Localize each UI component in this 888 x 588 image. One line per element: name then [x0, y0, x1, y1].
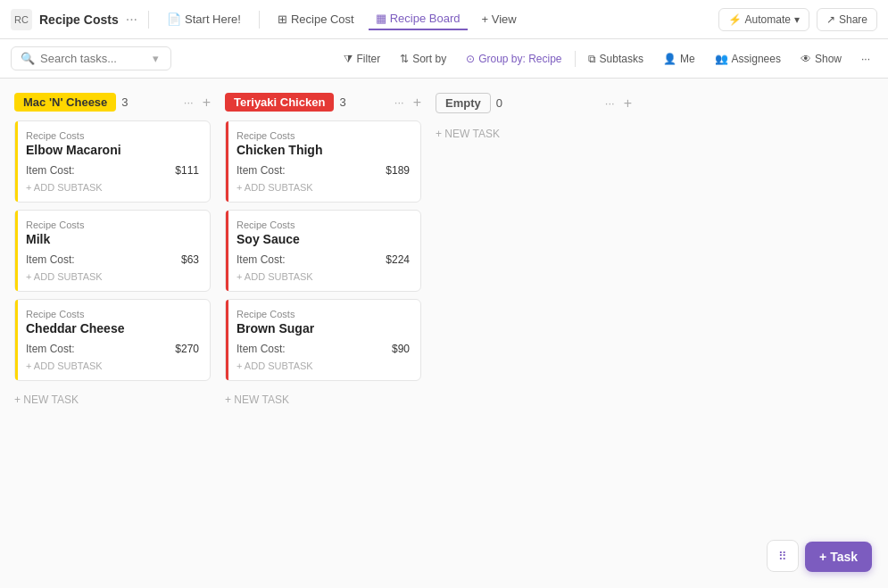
card-mac-n-cheese-1[interactable]: Recipe CostsMilkItem Cost:$63+ ADD SUBTA… [14, 210, 211, 292]
card-field: Item Cost:$63 [26, 253, 199, 266]
sort-button[interactable]: ⇅ Sort by [393, 48, 453, 70]
card-field-label: Item Cost: [237, 253, 286, 266]
card-field: Item Cost:$224 [237, 253, 410, 266]
tab-start-here[interactable]: 📄 Start Here! [160, 9, 248, 29]
column-label-teriyaki-chicken: Teriyaki Chicken [225, 93, 334, 112]
tab-recipe-board[interactable]: ▦ Recipe Board [369, 8, 468, 30]
card-field-value: $189 [386, 164, 410, 177]
assignees-icon: 👥 [715, 53, 728, 65]
card-mac-n-cheese-0[interactable]: Recipe CostsElbow MacaroniItem Cost:$111… [14, 120, 211, 203]
tab-recipe-cost[interactable]: ⊞ Recipe Cost [270, 9, 361, 29]
card-color-bar [226, 211, 228, 291]
subtasks-button[interactable]: ⧉ Subtasks [581, 48, 651, 70]
column-label-mac-n-cheese: Mac 'N' Cheese [14, 93, 116, 112]
card-add-subtask-button[interactable]: + ADD SUBTASK [237, 182, 410, 193]
search-box[interactable]: 🔍 ▾ [11, 46, 171, 70]
new-task-empty[interactable]: + NEW TASK [436, 122, 632, 145]
card-teriyaki-chicken-2[interactable]: Recipe CostsBrown SugarItem Cost:$90+ AD… [225, 299, 421, 381]
column-add-button-empty[interactable]: + [624, 95, 632, 112]
card-add-subtask-button[interactable]: + ADD SUBTASK [237, 360, 410, 371]
column-count-teriyaki-chicken: 3 [339, 95, 345, 109]
card-field-label: Item Cost: [26, 343, 75, 355]
eye-icon: 👁 [801, 53, 811, 65]
card-mac-n-cheese-2[interactable]: Recipe CostsCheddar CheeseItem Cost:$270… [14, 299, 211, 381]
grid-view-icon[interactable]: ⠿ [767, 540, 799, 572]
search-chevron-icon: ▾ [153, 52, 159, 65]
card-add-subtask-button[interactable]: + ADD SUBTASK [26, 360, 199, 371]
card-color-bar [15, 300, 18, 380]
card-add-subtask-button[interactable]: + ADD SUBTASK [26, 182, 199, 193]
toolbar-separator [575, 51, 576, 67]
card-category: Recipe Costs [237, 219, 410, 230]
fab-label: + Task [819, 550, 858, 564]
column-header-empty: Empty0···+ [436, 93, 632, 113]
board: Mac 'N' Cheese3···+Recipe CostsElbow Mac… [0, 79, 888, 588]
card-category: Recipe Costs [237, 130, 410, 141]
card-category: Recipe Costs [237, 309, 410, 319]
card-title: Chicken Thigh [237, 143, 410, 157]
card-teriyaki-chicken-1[interactable]: Recipe CostsSoy SauceItem Cost:$224+ ADD… [225, 210, 421, 292]
column-add-button-teriyaki-chicken[interactable]: + [413, 95, 421, 111]
column-mac-n-cheese: Mac 'N' Cheese3···+Recipe CostsElbow Mac… [14, 93, 211, 411]
card-title: Brown Sugar [237, 321, 410, 335]
card-field-label: Item Cost: [26, 164, 75, 177]
automate-button[interactable]: ⚡ Automate ▾ [718, 8, 809, 31]
column-empty: Empty0···++ NEW TASK [436, 93, 632, 145]
sort-icon: ⇅ [400, 53, 409, 65]
table-icon: ⊞ [278, 12, 287, 26]
group-icon: ⊙ [466, 53, 475, 65]
card-teriyaki-chicken-0[interactable]: Recipe CostsChicken ThighItem Cost:$189+… [225, 120, 421, 203]
card-field: Item Cost:$189 [237, 164, 410, 177]
me-icon: 👤 [663, 53, 676, 65]
grid-icon-symbol: ⠿ [778, 550, 787, 563]
topbar-divider-2 [259, 11, 260, 29]
card-category: Recipe Costs [26, 130, 199, 141]
card-title: Cheddar Cheese [26, 321, 199, 335]
new-task-mac-n-cheese[interactable]: + NEW TASK [14, 388, 211, 411]
filter-icon: ⧩ [344, 53, 353, 65]
card-category: Recipe Costs [26, 219, 199, 230]
card-field-label: Item Cost: [237, 164, 286, 177]
card-add-subtask-button[interactable]: + ADD SUBTASK [237, 271, 410, 282]
new-task-teriyaki-chicken[interactable]: + NEW TASK [225, 388, 421, 411]
assignees-button[interactable]: 👥 Assignees [708, 48, 788, 70]
card-title: Milk [26, 232, 199, 246]
card-field-value: $224 [386, 253, 410, 266]
filter-button[interactable]: ⧩ Filter [336, 48, 387, 70]
card-add-subtask-button[interactable]: + ADD SUBTASK [26, 271, 199, 282]
card-field-value: $90 [392, 343, 410, 355]
app-logo: RC [11, 9, 32, 30]
card-field: Item Cost:$270 [26, 343, 199, 355]
add-task-fab[interactable]: + Task [805, 542, 872, 572]
column-dots-empty[interactable]: ··· [605, 96, 615, 110]
card-field: Item Cost:$111 [26, 164, 199, 177]
card-field-value: $111 [175, 164, 199, 177]
column-add-button-mac-n-cheese[interactable]: + [203, 95, 211, 111]
me-button[interactable]: 👤 Me [656, 48, 702, 70]
column-dots-mac-n-cheese[interactable]: ··· [184, 95, 194, 109]
search-icon: 🔍 [21, 52, 35, 65]
card-title: Soy Sauce [237, 232, 410, 246]
column-teriyaki-chicken: Teriyaki Chicken3···+Recipe CostsChicken… [225, 93, 421, 411]
card-color-bar [226, 121, 228, 202]
more-button[interactable]: ··· [854, 48, 877, 70]
column-label-empty: Empty [436, 93, 491, 113]
column-dots-teriyaki-chicken[interactable]: ··· [394, 95, 404, 109]
card-color-bar [15, 121, 18, 202]
column-header-mac-n-cheese: Mac 'N' Cheese3···+ [14, 93, 211, 112]
search-input[interactable] [40, 52, 147, 65]
topbar: RC Recipe Costs ··· 📄 Start Here! ⊞ Reci… [0, 0, 888, 39]
column-header-teriyaki-chicken: Teriyaki Chicken3···+ [225, 93, 421, 112]
app-title: Recipe Costs [39, 12, 119, 27]
tab-add-view[interactable]: + View [475, 9, 524, 29]
column-count-empty: 0 [496, 96, 502, 110]
title-more-button[interactable]: ··· [126, 12, 137, 28]
card-category: Recipe Costs [26, 309, 199, 319]
show-button[interactable]: 👁 Show [793, 48, 849, 70]
card-color-bar [15, 211, 18, 291]
toolbar: 🔍 ▾ ⧩ Filter ⇅ Sort by ⊙ Group by: Recip… [0, 39, 888, 79]
share-button[interactable]: ↗ Share [817, 8, 877, 31]
group-by-button[interactable]: ⊙ Group by: Recipe [459, 48, 568, 70]
automate-icon: ⚡ [728, 13, 742, 26]
card-field-label: Item Cost: [237, 343, 286, 355]
